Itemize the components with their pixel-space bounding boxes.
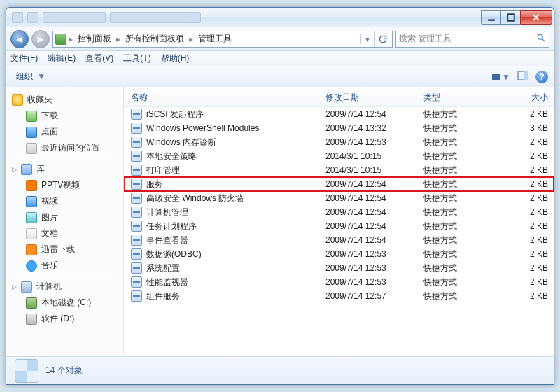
file-type: 快捷方式 (424, 108, 502, 120)
status-bar: 14 个对象 (6, 356, 554, 384)
file-name: 计算机管理 (146, 206, 188, 218)
back-button[interactable]: ◄ (10, 30, 29, 48)
file-type: 快捷方式 (424, 220, 502, 232)
file-date: 2009/7/14 12:57 (326, 291, 424, 301)
sidebar-libraries[interactable]: ▷库 (6, 161, 123, 177)
file-row[interactable]: Windows PowerShell Modules2009/7/14 13:3… (124, 121, 554, 135)
col-name[interactable]: 名称 (131, 92, 326, 104)
file-row[interactable]: Windows 内存诊断2009/7/14 12:53快捷方式2 KB (124, 135, 554, 149)
search-input[interactable]: 搜索 管理工具 (396, 31, 550, 48)
file-row[interactable]: iSCSI 发起程序2009/7/14 12:54快捷方式2 KB (124, 107, 554, 121)
shortcut-icon (131, 178, 142, 190)
help-button[interactable]: ? (536, 71, 548, 83)
file-row[interactable]: 打印管理2014/3/1 10:15快捷方式2 KB (124, 163, 554, 177)
pptv-icon (26, 180, 37, 191)
menu-view[interactable]: 查看(V) (85, 52, 113, 64)
file-row[interactable]: 服务2009/7/14 12:54快捷方式2 KB (124, 177, 554, 191)
shortcut-icon (131, 276, 142, 288)
file-name: 系统配置 (146, 262, 180, 274)
svg-rect-1 (507, 14, 514, 21)
file-type: 快捷方式 (424, 178, 502, 190)
file-date: 2009/7/14 12:54 (326, 235, 424, 245)
status-count: 14 个对象 (46, 365, 83, 377)
sidebar-videos[interactable]: 视频 (6, 193, 123, 209)
organize-button[interactable]: 组织 ▼ (12, 69, 50, 85)
breadcrumb-seg[interactable]: 管理工具 (195, 31, 234, 46)
sidebar-xunlei[interactable]: 迅雷下载 (6, 241, 123, 258)
drive-icon (26, 314, 37, 325)
column-headers[interactable]: 名称 修改日期 类型 大小 (124, 88, 554, 107)
sidebar-downloads[interactable]: 下载 (6, 108, 123, 124)
picture-icon (26, 212, 37, 223)
maximize-button[interactable] (500, 10, 520, 24)
close-button[interactable]: ✕ (520, 10, 552, 24)
view-mode-button[interactable]: ▼ (492, 72, 510, 82)
sidebar-ddrive[interactable]: 软件 (D:) (6, 311, 123, 327)
titlebar-blur-area (6, 12, 481, 23)
file-date: 2009/7/14 12:54 (326, 221, 424, 231)
sidebar-desktop[interactable]: 桌面 (6, 124, 123, 140)
shortcut-icon (131, 192, 142, 204)
file-size: 2 KB (502, 263, 548, 273)
shortcut-icon (131, 234, 142, 246)
file-date: 2014/3/1 10:15 (326, 151, 424, 161)
file-name: 事件查看器 (146, 234, 188, 246)
chevron-right-icon[interactable]: ▸ (68, 34, 74, 44)
titlebar[interactable]: ✕ (6, 8, 554, 27)
file-row[interactable]: 计算机管理2009/7/14 12:54快捷方式2 KB (124, 205, 554, 219)
file-type: 快捷方式 (424, 234, 502, 246)
desktop-icon (26, 127, 37, 138)
file-row[interactable]: 数据源(ODBC)2009/7/14 12:53快捷方式2 KB (124, 247, 554, 261)
file-list[interactable]: iSCSI 发起程序2009/7/14 12:54快捷方式2 KBWindows… (124, 107, 554, 356)
file-size: 3 KB (502, 123, 548, 133)
download-icon (26, 111, 37, 122)
sidebar-music[interactable]: 音乐 (6, 258, 123, 274)
sidebar-pptv[interactable]: PPTV视频 (6, 177, 123, 193)
file-size: 2 KB (502, 151, 548, 161)
file-row[interactable]: 系统配置2009/7/14 12:53快捷方式2 KB (124, 261, 554, 275)
minimize-button[interactable] (481, 10, 500, 24)
file-row[interactable]: 事件查看器2009/7/14 12:54快捷方式2 KB (124, 233, 554, 247)
file-type: 快捷方式 (424, 150, 502, 162)
file-row[interactable]: 性能监视器2009/7/14 12:53快捷方式2 KB (124, 275, 554, 289)
file-date: 2009/7/14 12:53 (326, 277, 424, 287)
col-size[interactable]: 大小 (502, 92, 548, 104)
svg-line-3 (542, 39, 545, 42)
sidebar-cdrive[interactable]: 本地磁盘 (C:) (6, 295, 123, 311)
shortcut-icon (131, 150, 142, 162)
breadcrumb-seg[interactable]: 控制面板 (75, 31, 114, 46)
col-type[interactable]: 类型 (424, 92, 502, 104)
chevron-right-icon[interactable]: ▸ (115, 34, 121, 44)
file-name: 数据源(ODBC) (146, 248, 202, 260)
shortcut-icon (131, 248, 142, 260)
explorer-window: ✕ ◄ ► ▸ 控制面板 ▸ 所有控制面板项 ▸ 管理工具 ▾ 搜索 管理工具 … (6, 7, 554, 385)
menu-tools[interactable]: 工具(T) (123, 52, 150, 64)
chevron-right-icon[interactable]: ▸ (188, 34, 194, 44)
navigation-pane[interactable]: 收藏夹 下载 桌面 最近访问的位置 ▷库 PPTV视频 视频 图片 文档 迅雷下… (6, 88, 124, 356)
menu-edit[interactable]: 编辑(E) (48, 52, 76, 64)
file-row[interactable]: 本地安全策略2014/3/1 10:15快捷方式2 KB (124, 149, 554, 163)
file-row[interactable]: 组件服务2009/7/14 12:57快捷方式2 KB (124, 289, 554, 303)
sidebar-pictures[interactable]: 图片 (6, 209, 123, 225)
file-name: Windows PowerShell Modules (146, 123, 259, 133)
address-dropdown[interactable]: ▾ (360, 34, 373, 44)
file-size: 2 KB (502, 249, 548, 259)
file-row[interactable]: 高级安全 Windows 防火墙2009/7/14 12:54快捷方式2 KB (124, 191, 554, 205)
col-date[interactable]: 修改日期 (326, 92, 424, 104)
refresh-button[interactable] (374, 31, 390, 47)
sidebar-computer[interactable]: ▷计算机 (6, 279, 123, 295)
address-bar[interactable]: ▸ 控制面板 ▸ 所有控制面板项 ▸ 管理工具 ▾ (52, 31, 393, 48)
menu-file[interactable]: 文件(F) (10, 52, 38, 64)
shortcut-icon (131, 122, 142, 134)
file-row[interactable]: 任务计划程序2009/7/14 12:54快捷方式2 KB (124, 219, 554, 233)
sidebar-favorites[interactable]: 收藏夹 (6, 92, 123, 108)
breadcrumb-seg[interactable]: 所有控制面板项 (122, 31, 187, 46)
forward-button[interactable]: ► (31, 30, 50, 48)
file-type: 快捷方式 (424, 276, 502, 288)
menu-help[interactable]: 帮助(H) (161, 52, 190, 64)
file-name: 任务计划程序 (146, 220, 197, 232)
sidebar-recent[interactable]: 最近访问的位置 (6, 140, 123, 156)
sidebar-documents[interactable]: 文档 (6, 225, 123, 241)
preview-pane-button[interactable] (517, 71, 528, 83)
drive-icon (26, 298, 37, 309)
